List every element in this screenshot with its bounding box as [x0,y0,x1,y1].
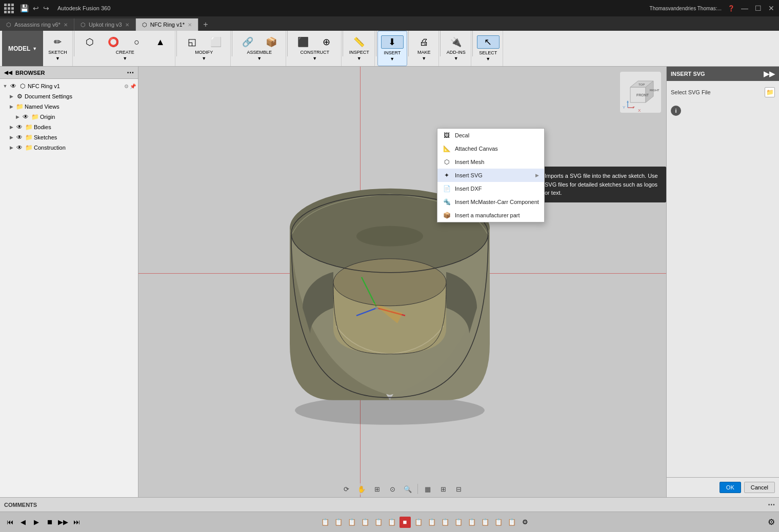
dropdown-item-insert-svg[interactable]: ✦ Insert SVG ▶ [437,169,544,182]
tree-item-root[interactable]: ▼ 👁 ⬡ NFC Ring v1 ⚙ 📌 [0,81,138,91]
model-button[interactable]: MODEL ▼ [2,31,43,66]
create-btn-2[interactable]: ⭕ [102,36,125,48]
tree-item-doc-settings[interactable]: ▶ ⚙ Document Settings [0,91,138,101]
tree-item-origin[interactable]: ▶ 👁 📁 Origin [0,112,138,122]
status-prev-btn[interactable]: ◀ [17,517,29,528]
create-btn-3[interactable]: ○ [126,36,148,48]
browser-collapse-icon[interactable]: ◀◀ [4,70,12,75]
svg-info-icon[interactable]: i [671,106,681,116]
construct-label-btn[interactable]: CONSTRUCT ▼ [298,49,332,62]
addins-btn-1[interactable]: 🔌 [445,36,467,48]
toolbar-icon-8[interactable]: 📋 [413,517,424,528]
select-label-btn[interactable]: SELECT ▼ [477,50,500,62]
toolbar-icon-5[interactable]: 📋 [373,517,384,528]
dropdown-item-insert-dxf[interactable]: 📄 Insert DXF [437,182,544,195]
svg-cancel-btn[interactable]: Cancel [744,482,775,493]
assemble-btn-2[interactable]: 📦 [260,36,283,48]
toolbar-icon-4[interactable]: 📋 [359,517,371,528]
modify-btn-2[interactable]: ⬜ [205,36,227,48]
toolbar-icon-9[interactable]: 📋 [426,517,437,528]
modify-label-btn[interactable]: MODIFY ▼ [193,49,215,62]
app-grid-icon[interactable] [4,4,14,13]
toolbar-icon-12[interactable]: 📋 [466,517,477,528]
assemble-btn-1[interactable]: 🔗 [236,36,259,48]
maximize-btn[interactable]: ☐ [754,5,762,12]
tab-upkot-ring-close[interactable]: ✕ [125,22,129,28]
toolbar-icon-11[interactable]: 📋 [453,517,464,528]
toolbar-icon-13[interactable]: 📋 [480,517,491,528]
help-icon[interactable]: ❓ [728,5,735,12]
svg-ok-btn[interactable]: OK [720,482,741,493]
toolbar-icon-7[interactable]: ■ [400,517,411,528]
tab-add-btn[interactable]: + [198,18,213,31]
dropdown-item-mcmaster[interactable]: 🔩 Insert McMaster-Carr Component [437,195,544,209]
toolbar-icon-6[interactable]: 📋 [386,517,397,528]
vp-orbit-btn[interactable]: ⟳ [339,483,353,495]
dropdown-item-decal[interactable]: 🖼 Decal [437,129,544,142]
make-label-btn[interactable]: MAKE ▼ [413,49,435,62]
assemble-label-btn[interactable]: ASSEMBLE ▼ [245,49,274,62]
vp-snap-btn[interactable]: ⊟ [452,483,465,495]
vp-zoom-fit-btn[interactable]: ⊙ [386,483,399,495]
tree-item-bodies[interactable]: ▶ 👁 📁 Bodies [0,122,138,132]
tree-icon-eye[interactable]: 👁 [9,82,17,90]
tree-icon-eye-origin[interactable]: 👁 [22,113,30,121]
vp-zoom-window-btn[interactable]: ⊞ [370,483,384,495]
tree-pin-root[interactable]: 📌 [130,84,136,89]
status-end-btn[interactable]: ⏭ [71,517,82,528]
toolbar-icon-2[interactable]: 📋 [333,517,344,528]
toolbar-icon-1[interactable]: 📋 [319,517,331,528]
select-btn-1[interactable]: ↖ [477,35,500,49]
tab-nfc-ring-close[interactable]: ✕ [188,22,192,28]
status-begin-btn[interactable]: ⏮ [4,517,15,528]
status-play-btn[interactable]: ▶ [31,517,42,528]
status-settings-btn[interactable]: ⚙ [768,517,775,527]
save-icon[interactable]: 💾 [20,4,29,12]
sketch-btn[interactable]: ✏ [47,36,69,48]
tree-item-construction[interactable]: ▶ 👁 📁 Construction [0,142,138,153]
insert-label-btn[interactable]: INSERT ▼ [381,50,404,62]
vp-display-btn[interactable]: ▦ [421,483,434,495]
inspect-btn-1[interactable]: 📏 [348,36,370,48]
construct-btn-1[interactable]: ⬛ [292,36,314,48]
tree-item-sketches[interactable]: ▶ 👁 📁 Sketches [0,132,138,142]
toolbar-icon-15[interactable]: 📋 [506,517,517,528]
dropdown-item-manufacturer[interactable]: 📦 Insert a manufacturer part [437,209,544,222]
svg-file-browse-btn[interactable]: 📁 [765,87,775,97]
undo-icon[interactable]: ↩ [33,4,39,12]
toolbar-icon-10[interactable]: 📋 [440,517,451,528]
create-btn-1[interactable]: ⬡ [78,36,101,48]
dropdown-item-insert-mesh[interactable]: ⬡ Insert Mesh [437,155,544,169]
status-next-btn[interactable]: ▶▶ [57,517,69,528]
make-btn-1[interactable]: 🖨 [413,36,435,48]
inspect-label-btn[interactable]: INSPECT ▼ [347,49,371,62]
toolbar-icon-16[interactable]: ⚙ [520,517,531,528]
redo-icon[interactable]: ↪ [43,4,49,12]
sketch-label-btn[interactable]: SKETCH ▼ [46,49,69,62]
modify-btn-1[interactable]: ◱ [181,36,204,48]
toolbar-icon-14[interactable]: 📋 [493,517,504,528]
close-btn[interactable]: ✕ [768,5,775,12]
create-btn-4[interactable]: ▲ [149,36,172,48]
viewport[interactable]: FRONT RIGHT TOP Y X 🖼 Decal 📐 Attached C… [138,67,666,497]
tree-item-named-views[interactable]: ▶ 📁 Named Views [0,101,138,112]
browser-options-icon[interactable]: ⋯ [127,69,134,77]
tree-icon-eye-bodies[interactable]: 👁 [15,123,24,131]
tree-options-root[interactable]: ⚙ [124,84,129,89]
vp-grid-btn[interactable]: ⊞ [436,483,450,495]
status-stop-btn[interactable]: ⏹ [44,517,55,528]
minimize-btn[interactable]: — [741,5,748,12]
vp-pan-btn[interactable]: ✋ [355,483,368,495]
addins-label-btn[interactable]: ADD-INS ▼ [445,49,468,62]
comments-toggle[interactable]: ⋯ [768,501,775,509]
toolbar-icon-3[interactable]: 📋 [346,517,357,528]
tab-assassins-ring-close[interactable]: ✕ [64,22,68,28]
dropdown-item-attached-canvas[interactable]: 📐 Attached Canvas [437,142,544,155]
create-label-btn[interactable]: CREATE ▼ [114,49,136,62]
vp-zoom-in-btn[interactable]: 🔍 [401,483,414,495]
tab-nfc-ring[interactable]: ⬡ NFC Ring v1* ✕ [136,18,198,31]
tab-assassins-ring[interactable]: ⬡ Assassins ring v6* ✕ [0,18,74,31]
insert-btn[interactable]: ⬇ [381,35,404,49]
tab-upkot-ring[interactable]: ⬡ Upkot ring v3 ✕ [74,18,136,31]
cube-navigator[interactable]: FRONT RIGHT TOP Y X [620,72,661,113]
